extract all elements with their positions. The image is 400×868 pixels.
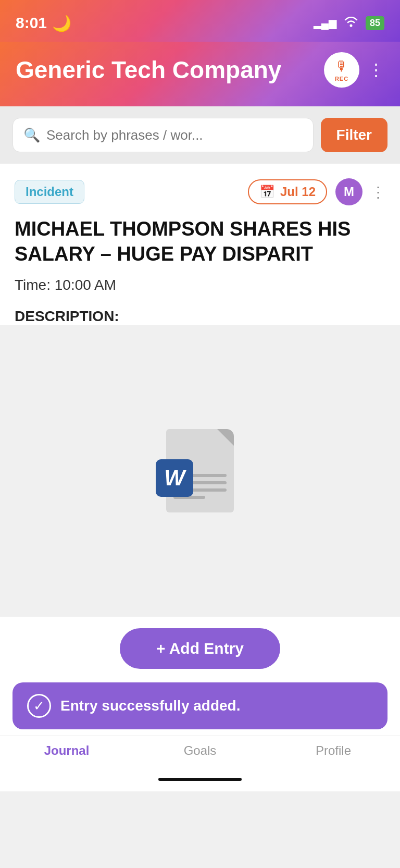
nav-item-profile[interactable]: Profile [297, 743, 370, 758]
status-time: 8:01 [16, 14, 47, 32]
battery-badge: 85 [366, 16, 384, 30]
add-entry-section: + Add Entry [0, 617, 400, 674]
search-wrapper: 🔍 [12, 118, 314, 152]
word-icon: W [156, 459, 193, 497]
calendar-icon: 📅 [259, 185, 275, 199]
add-entry-button[interactable]: + Add Entry [120, 628, 280, 669]
toast-container: ✓ Entry successfully added. [0, 674, 400, 736]
search-input[interactable] [46, 127, 303, 143]
more-options-icon[interactable]: ⋮ [368, 60, 384, 80]
entry-time: Time: 10:00 AM [15, 277, 385, 294]
content-area: Incident 📅 Jul 12 M ⋮ MICHAEL THOMPSON S… [0, 164, 400, 325]
bottom-nav-area: Journal Goals Profile [0, 736, 400, 791]
rec-label: REC [335, 76, 348, 82]
search-section: 🔍 Filter [0, 106, 400, 164]
search-icon: 🔍 [23, 127, 40, 143]
date-badge: 📅 Jul 12 [248, 179, 327, 204]
toast-message: Entry successfully added. [60, 698, 240, 714]
tags-row: Incident 📅 Jul 12 M ⋮ [15, 178, 385, 205]
nav-label-journal: Journal [44, 743, 90, 758]
nav-label-profile: Profile [316, 743, 351, 758]
header: Generic Tech Company 🎙 REC ⋮ [0, 42, 400, 106]
nav-label-goals: Goals [184, 743, 217, 758]
incident-tag: Incident [15, 180, 84, 204]
svg-point-0 [349, 25, 352, 27]
description-area: W [0, 325, 400, 617]
mic-icon: 🎙 [335, 58, 348, 75]
entry-title: MICHAEL THOMPSON SHARES HIS SALARY – HUG… [15, 217, 385, 266]
bottom-spacer [0, 781, 400, 791]
word-doc-icon: W [166, 429, 234, 512]
success-toast: ✓ Entry successfully added. [12, 682, 388, 729]
nav-item-journal[interactable]: Journal [30, 743, 103, 758]
nav-item-goals[interactable]: Goals [164, 743, 236, 758]
filter-button[interactable]: Filter [321, 118, 388, 152]
check-icon: ✓ [27, 694, 51, 718]
moon-icon: 🌙 [52, 14, 71, 32]
signal-icon: ▂▄▆ [314, 17, 336, 29]
rec-button[interactable]: 🎙 REC [324, 52, 359, 88]
date-label: Jul 12 [280, 185, 316, 199]
wifi-icon [344, 16, 358, 30]
entry-more-icon[interactable]: ⋮ [371, 184, 385, 201]
app-title: Generic Tech Company [16, 56, 281, 84]
avatar: M [335, 178, 362, 205]
status-bar: 8:01 🌙 ▂▄▆ 85 [0, 0, 400, 42]
entry-description-label: DESCRIPTION: [15, 308, 385, 325]
bottom-nav: Journal Goals Profile [0, 736, 400, 773]
